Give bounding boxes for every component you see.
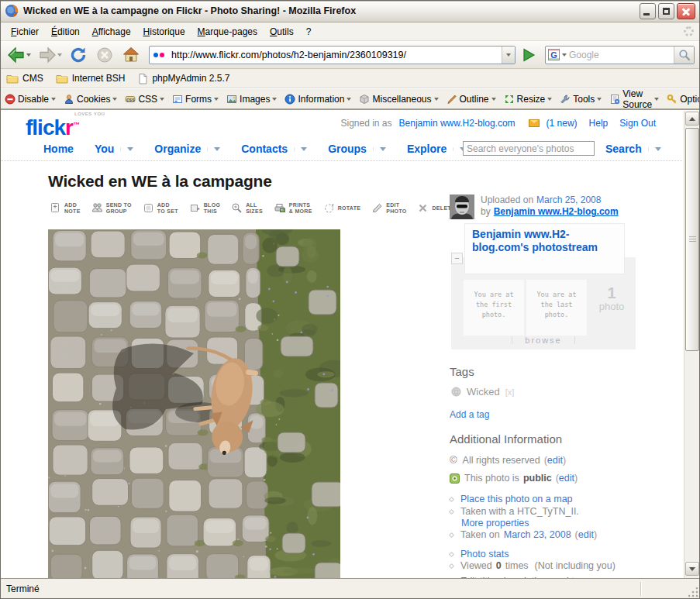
url-history-dropdown-button[interactable] <box>502 46 515 64</box>
upload-info: Uploaded on March 25, 2008 by Benjamin w… <box>481 195 619 218</box>
place-on-map-link[interactable]: Place this photo on a map <box>460 494 573 504</box>
photostream-link[interactable]: Benjamin www.H2-blog.com's photostream <box>472 228 617 254</box>
webdev-forms-button[interactable]: Forms <box>172 94 219 105</box>
edit-taken-date-link[interactable]: edit <box>578 529 594 540</box>
edit-rights-link[interactable]: edit <box>547 455 563 466</box>
webdev-miscellaneous-button[interactable]: Miscellaneous <box>359 94 438 105</box>
sign-out-link[interactable]: Sign Out <box>619 118 656 129</box>
address-bar[interactable] <box>149 46 516 64</box>
forward-history-dropdown-icon[interactable] <box>57 53 62 57</box>
rotate-button[interactable]: ROTATE <box>323 202 361 214</box>
all-sizes-button[interactable]: ALLSIZES <box>231 202 263 214</box>
add-to-set-button[interactable]: ADDTO SET <box>143 202 178 214</box>
menu-affichage[interactable]: Affichage <box>86 24 137 40</box>
prints-and-more-button[interactable]: PRINTS& MORE <box>274 202 312 214</box>
avatar[interactable] <box>450 195 474 219</box>
tag-wicked-link[interactable]: Wicked <box>467 386 500 398</box>
webdev-options-button[interactable]: Options <box>667 94 700 105</box>
taken-date-link[interactable]: March 23, 2008 <box>504 529 571 540</box>
webdev-images-button[interactable]: Images <box>226 94 277 105</box>
nav-organize[interactable]: Organize <box>154 143 220 155</box>
bookmark-cms[interactable]: CMS <box>6 73 43 84</box>
nav-home[interactable]: Home <box>43 143 74 155</box>
menu-edition[interactable]: Édition <box>45 24 86 40</box>
you-dropdown[interactable] <box>120 147 133 151</box>
add-tag-link[interactable]: Add a tag <box>450 409 489 420</box>
blog-this-button[interactable]: BLOGTHIS <box>189 202 220 214</box>
edit-privacy-link[interactable]: edit <box>559 473 574 484</box>
nav-you[interactable]: You <box>95 143 133 155</box>
resize-grip[interactable] <box>688 587 698 597</box>
menu-historique[interactable]: Historique <box>137 24 191 40</box>
photo-stats-link[interactable]: Photo stats <box>460 549 509 559</box>
nav-contacts[interactable]: Contacts <box>241 143 307 155</box>
search-dropdown[interactable] <box>648 147 661 151</box>
upload-date-link[interactable]: March 25, 2008 <box>536 195 601 206</box>
bookmark-internet-bsh[interactable]: Internet BSH <box>56 73 126 84</box>
webdev-css-button[interactable]: css CSS <box>125 94 164 105</box>
menu-fichier[interactable]: Fichier <box>5 24 45 40</box>
photo-image[interactable] <box>48 229 340 578</box>
new-mail-link[interactable]: (1 new) <box>547 118 578 129</box>
edit-photo-button[interactable]: EDITPHOTO <box>371 202 406 214</box>
search-submit-button[interactable] <box>674 46 694 64</box>
google-search-bar[interactable]: G <box>545 46 695 64</box>
all-sizes-icon <box>231 202 243 214</box>
contacts-dropdown[interactable] <box>294 147 307 151</box>
scroll-down-button[interactable] <box>685 562 699 576</box>
search-engine-dropdown-icon[interactable] <box>562 53 567 57</box>
nav-explore[interactable]: Explore <box>407 143 466 155</box>
collapse-photostream-button[interactable]: − <box>451 253 463 264</box>
url-input[interactable] <box>168 50 502 60</box>
cookies-icon <box>64 94 74 105</box>
reload-button[interactable] <box>67 43 90 67</box>
add-note-button[interactable]: ADDNOTE <box>50 202 81 214</box>
forward-button[interactable] <box>36 43 64 67</box>
webdev-resize-button[interactable]: Resize <box>504 94 553 105</box>
photostream-title-box: Benjamin www.H2-blog.com's photostream <box>464 223 625 274</box>
back-history-dropdown-icon[interactable] <box>26 53 31 57</box>
blog-this-icon <box>189 202 201 214</box>
close-button[interactable] <box>677 3 695 19</box>
organize-dropdown[interactable] <box>207 147 220 151</box>
taken-on-label: Taken on <box>460 529 500 540</box>
bookmark-phpmyadmin[interactable]: phpMyAdmin 2.5.7 <box>137 73 229 84</box>
remove-tag-link[interactable]: [x] <box>505 387 515 397</box>
vertical-scrollbar[interactable] <box>684 111 699 578</box>
maximize-button[interactable] <box>658 3 674 19</box>
scroll-up-button[interactable] <box>685 112 699 126</box>
scrollbar-thumb[interactable] <box>685 128 699 351</box>
stop-button[interactable] <box>93 43 116 67</box>
folder-icon <box>6 73 19 84</box>
rights-label: All rights reserved <box>463 455 540 466</box>
home-button[interactable] <box>119 43 143 67</box>
flickr-logo[interactable]: flickr™ <box>26 113 80 139</box>
nav-groups[interactable]: Groups <box>328 143 386 155</box>
webdev-outline-button[interactable]: Outline <box>447 94 496 105</box>
webdev-disable-button[interactable]: Disable <box>5 94 56 105</box>
webdev-cookies-button[interactable]: Cookies <box>64 94 117 105</box>
chevron-down-icon <box>380 147 386 151</box>
minimize-button[interactable] <box>640 3 656 19</box>
menu-outils[interactable]: Outils <box>264 24 300 40</box>
google-search-input[interactable] <box>569 50 674 60</box>
webdev-information-button[interactable]: Information <box>284 94 351 105</box>
flickr-search-button[interactable]: Search <box>605 143 661 155</box>
help-link[interactable]: Help <box>589 118 609 129</box>
groups-dropdown[interactable] <box>373 147 386 151</box>
mail-icon[interactable] <box>529 119 540 127</box>
more-properties-link[interactable]: More properties <box>461 518 529 528</box>
webdev-tools-button[interactable]: Tools <box>560 94 602 105</box>
menu-marque-pages[interactable]: Marque-pages <box>191 24 264 40</box>
browse-link[interactable]: browse <box>512 336 574 345</box>
owner-link[interactable]: Benjamin www.H2-blog.com <box>494 206 619 218</box>
signed-in-user-link[interactable]: Benjamin www.H2-blog.com <box>399 118 516 129</box>
go-button[interactable] <box>519 45 539 65</box>
signed-in-label: Signed in as <box>340 118 391 129</box>
webdev-view-source-button[interactable]: View Source <box>609 88 659 110</box>
window-titlebar[interactable]: Wicked en WE à la campagne on Flickr - P… <box>0 0 700 22</box>
send-to-group-button[interactable]: SEND TOGROUP <box>91 202 132 214</box>
back-button[interactable] <box>5 43 33 67</box>
menu-help[interactable]: ? <box>300 24 318 40</box>
flickr-search-input[interactable] <box>463 141 595 156</box>
